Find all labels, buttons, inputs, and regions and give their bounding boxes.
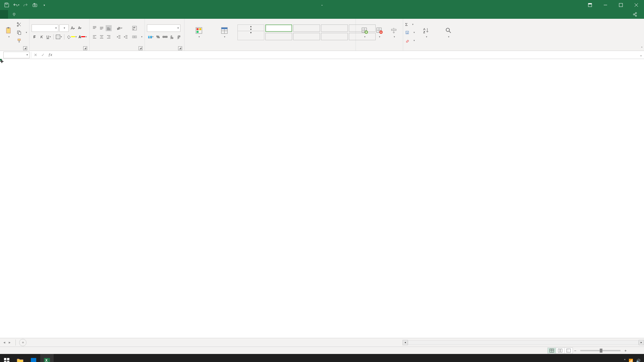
- copy-button[interactable]: ▾: [17, 29, 27, 36]
- tray-network-icon[interactable]: 📶: [629, 359, 633, 362]
- collapse-ribbon-button[interactable]: ˄: [641, 46, 643, 50]
- save-button[interactable]: [3, 2, 10, 8]
- tray-volume-icon[interactable]: 🔊: [636, 359, 641, 362]
- align-bottom-button[interactable]: [106, 25, 112, 31]
- system-tray[interactable]: ˄ 📶 🔊: [621, 359, 644, 362]
- formula-input[interactable]: [54, 52, 638, 58]
- font-size-combo[interactable]: ▾: [59, 24, 69, 32]
- redo-button[interactable]: [22, 2, 29, 8]
- svg-text:ab: ab: [116, 26, 121, 31]
- cut-button[interactable]: [17, 21, 27, 28]
- italic-button[interactable]: K: [39, 34, 45, 40]
- format-as-table-button[interactable]: ▾: [213, 21, 236, 44]
- worksheet-grid[interactable]: ✚: [0, 59, 644, 338]
- normal-view-button[interactable]: [547, 348, 556, 354]
- qat-customize[interactable]: ▾: [41, 2, 48, 8]
- increase-decimal-button[interactable]: ,0,00: [169, 34, 175, 40]
- style-standard[interactable]: [265, 24, 292, 32]
- merge-center-button[interactable]: ▾: [132, 33, 143, 41]
- page-break-view-button[interactable]: [564, 348, 573, 354]
- format-cells-button[interactable]: ▾: [387, 21, 401, 44]
- start-button[interactable]: [0, 354, 13, 362]
- svg-rect-60: [199, 28, 201, 30]
- undo-button[interactable]: ▾: [13, 2, 19, 8]
- wrap-icon: abc: [132, 26, 137, 31]
- decrease-decimal-button[interactable]: ,00,0: [176, 34, 182, 40]
- share-button[interactable]: [628, 10, 644, 19]
- new-sheet-button[interactable]: ＋: [19, 339, 26, 346]
- zoom-slider[interactable]: [580, 350, 621, 351]
- page-layout-view-button[interactable]: [556, 348, 565, 354]
- increase-indent-button[interactable]: [123, 34, 129, 40]
- find-select-button[interactable]: ▾: [438, 21, 459, 44]
- lightbulb-icon: [12, 12, 16, 16]
- style-eingabe[interactable]: [321, 33, 348, 40]
- tray-chevron-icon[interactable]: ˄: [624, 359, 626, 362]
- alignment-dialog-launcher[interactable]: ◢: [139, 46, 143, 50]
- align-top-button[interactable]: [92, 25, 98, 31]
- number-dialog-launcher[interactable]: ◢: [178, 46, 182, 50]
- font-name-combo[interactable]: ▾: [32, 24, 58, 32]
- comma-format-button[interactable]: 000: [162, 34, 168, 40]
- tell-me-search[interactable]: [8, 10, 22, 19]
- clear-button[interactable]: ▾: [405, 37, 415, 44]
- increase-font-button[interactable]: A▴: [70, 25, 76, 31]
- name-box[interactable]: ▾: [3, 52, 30, 58]
- cell-styles-gallery[interactable]: ▴▾▾: [237, 24, 354, 40]
- delete-cells-button[interactable]: ▾: [373, 21, 386, 44]
- minimize-button[interactable]: [598, 0, 613, 10]
- underline-button[interactable]: U▾: [46, 34, 52, 40]
- align-middle-button[interactable]: [99, 25, 105, 31]
- fill-button[interactable]: ▾: [405, 29, 415, 36]
- close-button[interactable]: [629, 0, 644, 10]
- enter-fx-button[interactable]: ✓: [39, 52, 47, 58]
- style-neutral[interactable]: [321, 24, 348, 32]
- bold-button[interactable]: F: [32, 34, 38, 40]
- align-right-button[interactable]: [106, 34, 112, 40]
- cancel-fx-button[interactable]: ✕: [32, 52, 39, 58]
- font-dialog-launcher[interactable]: ◢: [83, 46, 87, 50]
- paste-button[interactable]: ▾: [2, 21, 15, 44]
- format-painter-button[interactable]: [17, 37, 27, 44]
- taskbar-app-2[interactable]: [27, 354, 40, 362]
- clipboard-dialog-launcher[interactable]: ◢: [23, 46, 27, 50]
- style-berechnung[interactable]: [293, 33, 320, 40]
- taskbar-excel[interactable]: X: [40, 354, 54, 362]
- percent-format-button[interactable]: %: [155, 34, 161, 40]
- align-center-button[interactable]: [99, 34, 105, 40]
- styles-gallery-scroll[interactable]: ▴▾▾: [237, 24, 264, 40]
- accounting-format-button[interactable]: 💶▾: [147, 34, 154, 40]
- fill-handle[interactable]: [0, 59, 2, 61]
- windows-icon: [4, 358, 10, 362]
- number-format-combo[interactable]: ▾: [147, 24, 180, 32]
- tab-file[interactable]: [0, 10, 8, 19]
- decrease-font-button[interactable]: A▾: [77, 25, 83, 31]
- svg-text:Z: Z: [423, 31, 425, 34]
- sheet-nav-buttons[interactable]: ◂▸: [0, 340, 14, 345]
- taskbar-file-explorer[interactable]: [13, 354, 27, 362]
- sort-filter-button[interactable]: AZ▾: [416, 21, 436, 44]
- orientation-button[interactable]: ab▾: [116, 25, 123, 31]
- autosum-button[interactable]: Σ ▾: [405, 21, 415, 28]
- style-gut[interactable]: [293, 24, 320, 32]
- expand-formula-bar-button[interactable]: ⌄: [638, 53, 644, 57]
- conditional-formatting-button[interactable]: ▾: [186, 21, 211, 44]
- camera-button[interactable]: [32, 2, 38, 8]
- wrap-text-button[interactable]: abc: [132, 24, 143, 32]
- align-left-button[interactable]: [92, 34, 98, 40]
- insert-function-button[interactable]: ƒx: [47, 52, 54, 58]
- zoom-in-button[interactable]: +: [623, 349, 628, 353]
- font-color-button[interactable]: A▾: [78, 34, 87, 40]
- horizontal-scrollbar[interactable]: ◂▸: [402, 340, 644, 345]
- ribbon-display-options[interactable]: [582, 0, 598, 10]
- maximize-button[interactable]: [613, 0, 629, 10]
- style-ausgabe[interactable]: [265, 33, 292, 40]
- svg-rect-85: [567, 349, 571, 352]
- insert-cells-button[interactable]: ▾: [358, 21, 371, 44]
- borders-button[interactable]: ▾: [55, 34, 62, 40]
- decrease-indent-button[interactable]: [116, 34, 122, 40]
- zoom-out-button[interactable]: −: [573, 349, 578, 353]
- svg-rect-61: [197, 31, 199, 33]
- sheet-tab-bar: ◂▸ ＋ ◂▸: [0, 338, 644, 347]
- fill-color-button[interactable]: ▾: [66, 34, 77, 40]
